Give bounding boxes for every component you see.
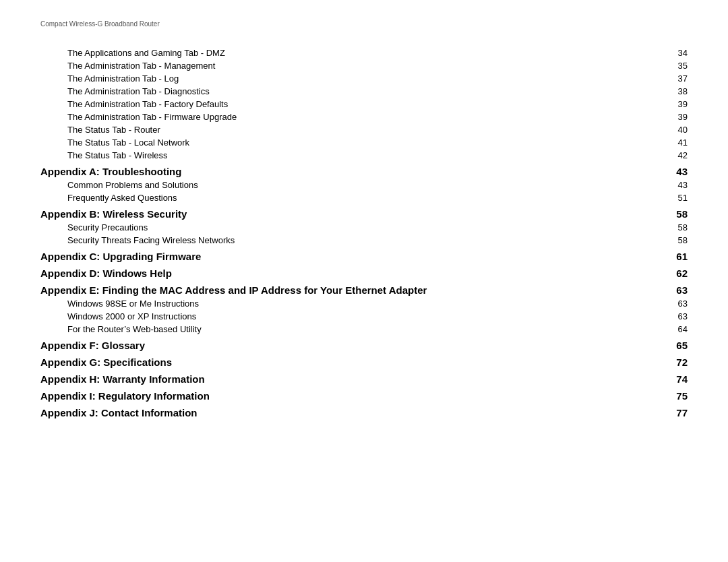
toc-entry-page: 41 — [590, 136, 688, 149]
toc-entry-page: 51 — [590, 191, 688, 204]
toc-entry-label: Appendix C: Upgrading Firmware — [40, 247, 590, 263]
toc-entry-page: 43 — [590, 179, 688, 191]
toc-row: Appendix A: Troubleshooting43 — [40, 162, 688, 179]
toc-entry-label: Appendix B: Wireless Security — [40, 204, 590, 221]
toc-entry-page: 39 — [590, 98, 688, 111]
toc-entry-page: 74 — [590, 369, 688, 386]
toc-entry-label: Windows 2000 or XP Instructions — [40, 310, 590, 323]
toc-row: The Status Tab - Wireless42 — [40, 149, 688, 162]
toc-row: The Administration Tab - Diagnostics38 — [40, 85, 688, 98]
toc-entry-label: Appendix G: Specifications — [40, 352, 590, 369]
toc-row: Appendix E: Finding the MAC Address and … — [40, 280, 688, 297]
toc-row: Windows 2000 or XP Instructions63 — [40, 310, 688, 323]
toc-entry-label: Windows 98SE or Me Instructions — [40, 297, 590, 310]
toc-entry-page: 58 — [590, 234, 688, 247]
toc-entry-label: The Administration Tab - Management — [40, 59, 590, 72]
toc-entry-page: 34 — [590, 46, 688, 59]
toc-entry-page: 75 — [590, 386, 688, 403]
toc-row: Appendix J: Contact Information77 — [40, 403, 688, 420]
toc-entry-page: 64 — [590, 323, 688, 336]
toc-entry-label: Appendix F: Glossary — [40, 336, 590, 352]
page-header: Compact Wireless-G Broadband Router — [40, 20, 688, 28]
toc-entry-page: 58 — [590, 221, 688, 234]
toc-entry-label: For the Router’s Web-based Utility — [40, 323, 590, 336]
toc-entry-label: Appendix I: Regulatory Information — [40, 386, 590, 403]
toc-entry-label: The Status Tab - Wireless — [40, 149, 590, 162]
toc-row: Security Precautions58 — [40, 221, 688, 234]
toc-entry-label: Security Precautions — [40, 221, 590, 234]
toc-row: Appendix F: Glossary65 — [40, 336, 688, 352]
toc-entry-page: 58 — [590, 204, 688, 221]
toc-entry-page: 43 — [590, 162, 688, 179]
toc-entry-label: The Administration Tab - Log — [40, 72, 590, 85]
toc-entry-label: Appendix A: Troubleshooting — [40, 162, 590, 179]
toc-entry-label: Security Threats Facing Wireless Network… — [40, 234, 590, 247]
toc-entry-page: 39 — [590, 111, 688, 123]
toc-entry-page: 37 — [590, 72, 688, 85]
toc-row: The Status Tab - Router40 — [40, 123, 688, 136]
toc-entry-page: 72 — [590, 352, 688, 369]
toc-entry-label: The Administration Tab - Factory Default… — [40, 98, 590, 111]
toc-entry-page: 65 — [590, 336, 688, 352]
toc-entry-label: The Status Tab - Router — [40, 123, 590, 136]
toc-entry-page: 77 — [590, 403, 688, 420]
toc-entry-page: 63 — [590, 280, 688, 297]
toc-entry-label: Appendix H: Warranty Information — [40, 369, 590, 386]
toc-row: Frequently Asked Questions51 — [40, 191, 688, 204]
toc-entry-page: 42 — [590, 149, 688, 162]
toc-table: The Applications and Gaming Tab - DMZ34T… — [40, 46, 688, 420]
toc-row: The Administration Tab - Factory Default… — [40, 98, 688, 111]
toc-row: The Status Tab - Local Network41 — [40, 136, 688, 149]
toc-row: Appendix I: Regulatory Information75 — [40, 386, 688, 403]
toc-row: For the Router’s Web-based Utility64 — [40, 323, 688, 336]
toc-entry-page: 63 — [590, 310, 688, 323]
toc-entry-page: 38 — [590, 85, 688, 98]
toc-entry-label: The Status Tab - Local Network — [40, 136, 590, 149]
toc-entry-page: 61 — [590, 247, 688, 263]
toc-row: Common Problems and Solutions43 — [40, 179, 688, 191]
toc-entry-label: Appendix J: Contact Information — [40, 403, 590, 420]
toc-row: Appendix H: Warranty Information74 — [40, 369, 688, 386]
toc-entry-page: 40 — [590, 123, 688, 136]
toc-entry-page: 63 — [590, 297, 688, 310]
toc-entry-label: Appendix D: Windows Help — [40, 263, 590, 280]
toc-entry-label: Frequently Asked Questions — [40, 191, 590, 204]
toc-row: The Administration Tab - Management35 — [40, 59, 688, 72]
toc-row: The Administration Tab - Log37 — [40, 72, 688, 85]
toc-row: The Applications and Gaming Tab - DMZ34 — [40, 46, 688, 59]
toc-row: Appendix C: Upgrading Firmware61 — [40, 247, 688, 263]
toc-entry-page: 62 — [590, 263, 688, 280]
toc-entry-label: The Administration Tab - Firmware Upgrad… — [40, 111, 590, 123]
toc-row: Appendix B: Wireless Security58 — [40, 204, 688, 221]
header-title: Compact Wireless-G Broadband Router — [40, 20, 160, 28]
toc-row: Appendix G: Specifications72 — [40, 352, 688, 369]
toc-entry-label: Common Problems and Solutions — [40, 179, 590, 191]
toc-entry-label: Appendix E: Finding the MAC Address and … — [40, 280, 590, 297]
toc-row: The Administration Tab - Firmware Upgrad… — [40, 111, 688, 123]
toc-row: Security Threats Facing Wireless Network… — [40, 234, 688, 247]
toc-row: Appendix D: Windows Help62 — [40, 263, 688, 280]
toc-row: Windows 98SE or Me Instructions63 — [40, 297, 688, 310]
toc-entry-label: The Administration Tab - Diagnostics — [40, 85, 590, 98]
toc-entry-label: The Applications and Gaming Tab - DMZ — [40, 46, 590, 59]
toc-entry-page: 35 — [590, 59, 688, 72]
